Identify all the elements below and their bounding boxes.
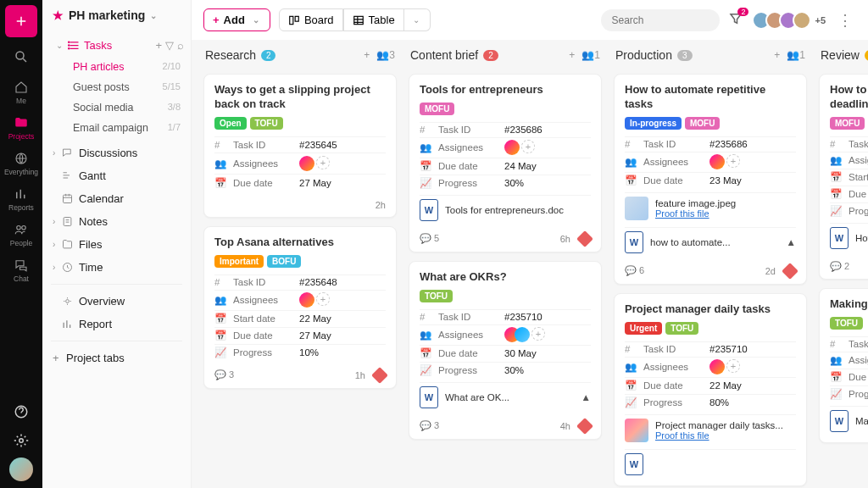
word-doc-icon: W — [420, 199, 438, 221]
cloud-icon: ▲ — [581, 392, 591, 402]
project-sidebar: ★ PH marketing ⌄ ⌄ Tasks +▽⌕ PH articles… — [42, 0, 192, 488]
view-table-button[interactable]: Table — [343, 8, 404, 31]
svg-rect-15 — [353, 16, 363, 24]
card[interactable]: Making mistak TOFU #Task ID 👥Assignees 📅… — [819, 288, 868, 443]
sidebar-overview[interactable]: ›Overview — [42, 290, 191, 313]
sidebar-sub-ph-articles[interactable]: PH articles2/10 — [49, 57, 191, 77]
word-doc-icon: W — [830, 227, 849, 249]
card[interactable]: Project manager daily tasks UrgentTOFU #… — [614, 293, 807, 486]
priority-icon — [576, 418, 593, 435]
filter-icon[interactable]: 2 — [728, 11, 743, 30]
svg-point-6 — [69, 42, 70, 42]
priority-icon — [576, 230, 593, 247]
rail-reports[interactable]: Reports — [5, 183, 37, 215]
rail-projects[interactable]: Projects — [5, 112, 37, 144]
sidebar-add-tab[interactable]: +Project tabs — [42, 347, 191, 369]
svg-point-3 — [22, 226, 26, 230]
proof-link[interactable]: Proof this file — [655, 430, 709, 441]
search-input[interactable] — [601, 9, 720, 31]
svg-rect-13 — [290, 16, 293, 24]
sidebar-calendar[interactable]: ›Calendar — [42, 187, 191, 210]
svg-point-2 — [17, 226, 21, 230]
sidebar-filter-icon[interactable]: ▽ — [165, 39, 174, 52]
proof-link[interactable]: Proof this file — [655, 208, 709, 219]
more-menu-icon[interactable]: ⋮ — [834, 11, 856, 30]
main-area: +Add⌄ Board Table ⌄ 2 +5 ⋮ Research2 +👥3… — [192, 0, 868, 488]
rail-search-button[interactable] — [5, 41, 37, 73]
priority-icon — [371, 367, 388, 384]
rail-chat[interactable]: Chat — [5, 254, 37, 286]
settings-icon[interactable] — [9, 429, 33, 452]
svg-rect-10 — [64, 218, 71, 226]
topbar: +Add⌄ Board Table ⌄ 2 +5 ⋮ — [192, 0, 868, 40]
search-box[interactable] — [601, 9, 720, 31]
rail-add-button[interactable] — [5, 5, 37, 37]
cloud-icon: ▲ — [787, 237, 796, 247]
column-header[interactable]: Research2 +👥3 — [203, 45, 397, 65]
rail-people[interactable]: People — [5, 219, 37, 251]
sidebar-add-icon[interactable]: + — [155, 39, 162, 52]
column-review: Review2 How to better h deadlines as a M… — [819, 45, 868, 476]
sidebar-tasks-header[interactable]: ⌄ Tasks +▽⌕ — [49, 34, 191, 57]
star-icon: ★ — [53, 8, 64, 22]
view-board-button[interactable]: Board — [279, 8, 343, 31]
member-avatars[interactable]: +5 — [757, 11, 826, 30]
sidebar-search-icon[interactable]: ⌕ — [177, 39, 184, 52]
card[interactable]: Ways to get a slipping project back on t… — [203, 74, 397, 218]
svg-point-5 — [19, 439, 24, 443]
svg-rect-9 — [64, 195, 72, 202]
sidebar-notes[interactable]: ›Notes — [42, 210, 191, 233]
card[interactable]: What are OKRs? TOFU #Task ID#235710 👥Ass… — [409, 261, 602, 440]
card[interactable]: How to better h deadlines as a MOFU #Tas… — [819, 74, 868, 280]
rail-me[interactable]: Me — [5, 76, 37, 108]
sidebar-gantt[interactable]: ›Gantt — [42, 164, 191, 187]
svg-point-0 — [16, 52, 24, 59]
column-production: Production3 +👥1 How to automate repetiti… — [614, 45, 807, 476]
word-doc-icon: W — [625, 453, 643, 475]
column-research: Research2 +👥3 Ways to get a slipping pro… — [203, 45, 397, 476]
image-thumb — [625, 197, 648, 220]
column-header[interactable]: Production3 +👥1 — [614, 45, 807, 65]
sidebar-sub-social-media[interactable]: Social media3/8 — [49, 97, 191, 118]
priority-icon — [782, 263, 798, 280]
card[interactable]: Tools for entrepreneurs MOFU #Task ID#23… — [409, 74, 602, 252]
svg-point-8 — [69, 48, 70, 49]
help-icon[interactable] — [9, 400, 33, 424]
word-doc-icon: W — [830, 410, 849, 432]
project-switcher[interactable]: ★ PH marketing ⌄ — [42, 0, 191, 30]
rail-everything[interactable]: Everything — [5, 147, 37, 180]
column-header[interactable]: Review2 — [819, 45, 868, 65]
sidebar-sub-email-campaign[interactable]: Email campaign1/7 — [49, 118, 191, 138]
kanban-board: Research2 +👥3 Ways to get a slipping pro… — [192, 40, 868, 488]
sidebar-discussions[interactable]: ›Discussions — [42, 141, 191, 164]
sidebar-time[interactable]: ›Time — [42, 256, 191, 279]
card[interactable]: How to automate repetitive tasks In-prog… — [614, 74, 807, 285]
add-button[interactable]: +Add⌄ — [203, 8, 270, 31]
image-thumb — [625, 419, 648, 442]
svg-rect-14 — [295, 16, 298, 21]
sidebar-sub-guest-posts[interactable]: Guest posts5/15 — [49, 77, 191, 97]
column-content-brief: Content brief2 +👥1 Tools for entrepreneu… — [409, 45, 602, 476]
svg-point-12 — [66, 300, 70, 303]
column-add-icon[interactable]: + — [364, 49, 370, 61]
card[interactable]: Top Asana alternatives ImportantBOFU #Ta… — [203, 226, 397, 389]
column-header[interactable]: Content brief2 +👥1 — [409, 45, 602, 65]
svg-point-7 — [69, 45, 70, 46]
sidebar-report[interactable]: ›Report — [42, 313, 191, 336]
sidebar-files[interactable]: ›Files — [42, 233, 191, 256]
app-rail: Me Projects Everything Reports People Ch… — [0, 0, 42, 488]
word-doc-icon: W — [625, 231, 643, 253]
column-people-icon[interactable]: 👥3 — [376, 49, 395, 61]
view-more-button[interactable]: ⌄ — [404, 8, 431, 31]
user-avatar[interactable] — [9, 458, 33, 481]
word-doc-icon: W — [420, 386, 438, 408]
